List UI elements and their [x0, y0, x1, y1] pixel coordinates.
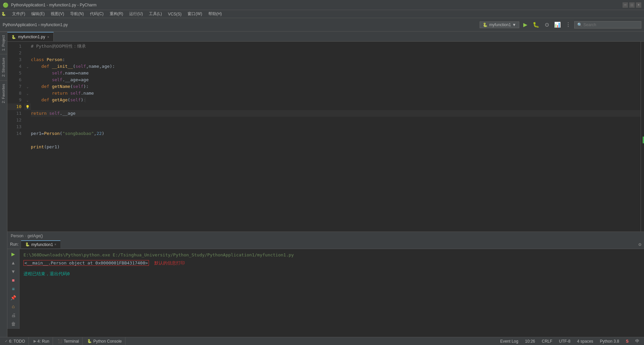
menu-file[interactable]: 文件(F)	[9, 10, 28, 17]
status-terminal[interactable]: ⬛ Terminal	[54, 337, 83, 345]
gutter-2	[24, 50, 31, 56]
scroll-up-button[interactable]: ▲	[10, 259, 17, 266]
tools-button[interactable]: ≡	[10, 285, 17, 293]
gutter-13	[24, 124, 31, 130]
toolbar-breadcrumb: PythonApplication1 › myfunction1.py	[3, 22, 68, 27]
menu-refactor[interactable]: 重构(R)	[107, 10, 126, 17]
menu-navigate[interactable]: 导航(N)	[67, 10, 87, 17]
python-console-label: Python Console	[93, 339, 122, 344]
run-end-line: 进程已结束，退出代码0	[23, 270, 640, 277]
run-output: E:\360Downloads\Python\python.exe E:/Tsi…	[19, 249, 644, 329]
run-output-line: <__main__.Person object at 0x0000001FBB4…	[23, 260, 640, 266]
status-position[interactable]: 10:26	[523, 339, 537, 344]
status-line-sep[interactable]: CRLF	[540, 339, 554, 344]
run-config-selector[interactable]: 🐍 myfunction1 ▼	[480, 21, 519, 28]
menu-tools[interactable]: 工具(L)	[146, 10, 165, 17]
status-indent[interactable]: 4 spaces	[575, 339, 595, 344]
run-config-dropdown-icon: ▼	[512, 22, 516, 27]
gutter-6	[24, 77, 31, 83]
gutter-7[interactable]: ⌄	[24, 83, 31, 90]
run-status-label: 4: Run	[38, 339, 49, 344]
editor-scroll[interactable]: 1 2 3 4 5 6 7 8 9 10 11 12 13	[7, 42, 644, 232]
menu-edit[interactable]: 编辑(E)	[29, 10, 47, 17]
run-config-icon: 🐍	[483, 22, 488, 27]
run-status-icon: ▶	[34, 339, 36, 343]
status-bar: ✓ 6: TODO ▶ 4: Run ⬛ Terminal 🐍 Python C…	[0, 337, 644, 345]
menu-code[interactable]: 代码(C)	[87, 10, 106, 17]
run-panel: Run: 🐍 myfunction1 × ⚙ ▶ ▲ ▼	[7, 240, 644, 337]
profile-button[interactable]: 📊	[553, 20, 562, 30]
gutter-9[interactable]: ⌄	[24, 97, 31, 103]
code-editor[interactable]: # Python的OOP特性：继承 class Person: def __in…	[31, 42, 641, 232]
run-tab-close[interactable]: ×	[54, 243, 56, 246]
toolbar-left: PythonApplication1 › myfunction1.py	[3, 22, 68, 27]
status-python-version[interactable]: Python 3.8	[598, 339, 621, 344]
editor-breadcrumb-bar: Person › getAge()	[7, 232, 644, 240]
close-button[interactable]: ×	[636, 2, 641, 8]
gutter-5	[24, 70, 31, 77]
breadcrumb-method: getAge()	[28, 234, 43, 238]
editor-section: 1 2 3 4 5 6 7 8 9 10 11 12 13	[7, 42, 644, 240]
file-tab-label: myfunction1.py	[18, 35, 45, 39]
gutter-10[interactable]: 💡	[24, 103, 31, 110]
menu-vcs[interactable]: VCS(S)	[165, 11, 184, 17]
coverage-button[interactable]: ⊙	[542, 20, 551, 30]
python-file-icon: 🐍	[11, 35, 16, 39]
gutter-3	[24, 56, 31, 63]
menu-window[interactable]: 窗口(W)	[185, 10, 205, 17]
debug-button[interactable]: 🐛	[531, 20, 541, 30]
more-button[interactable]: ⋮	[564, 20, 573, 30]
print-button[interactable]: 🖨	[10, 311, 17, 319]
app-icon: 🟢	[3, 2, 8, 8]
sidebar-item-structure[interactable]: 2: Structure	[0, 54, 7, 80]
gutter-8[interactable]: ⌄	[24, 90, 31, 97]
editor-gutter: ⌄ ⌄ ⌄ ⌄ 💡	[24, 42, 31, 232]
sidebar-item-favorites[interactable]: 2: Favorites	[0, 80, 7, 106]
run-again-button[interactable]: ▶	[10, 250, 17, 258]
toolbar: PythonApplication1 › myfunction1.py 🐍 my…	[0, 18, 644, 32]
stop-button[interactable]: ■	[10, 277, 17, 284]
status-bar-left: ✓ 6: TODO ▶ 4: Run ⬛ Terminal 🐍 Python C…	[0, 337, 125, 345]
app-logo: 🐍	[1, 12, 6, 16]
file-tabs-bar: 🐍 myfunction1.py ×	[7, 32, 644, 42]
minimize-button[interactable]: ─	[623, 2, 628, 8]
gutter-4[interactable]: ⌄	[24, 63, 31, 70]
todo-label: 6: TODO	[9, 339, 25, 344]
event-log[interactable]: Event Log	[498, 339, 520, 344]
menu-help[interactable]: 帮助(H)	[206, 10, 225, 17]
run-settings-button[interactable]: ⚙	[639, 242, 641, 247]
menu-view[interactable]: 视图(V)	[48, 10, 67, 17]
vertical-tabs: 1: Project 2: Structure 2: Favorites	[0, 32, 7, 337]
status-python-console[interactable]: 🐍 Python Console	[84, 337, 125, 345]
status-todo[interactable]: ✓ 6: TODO	[1, 337, 29, 345]
run-label: Run:	[10, 242, 18, 247]
todo-icon: ✓	[5, 339, 8, 343]
line-numbers: 1 2 3 4 5 6 7 8 9 10 11 12 13	[7, 42, 24, 232]
file-tab-close[interactable]: ×	[47, 35, 49, 39]
run-sidebar: ▶ ▲ ▼ ■ ≡ 📌 ⌂ 🖨 🗑	[7, 249, 19, 329]
file-tab-myfunction1[interactable]: 🐍 myfunction1.py ×	[7, 32, 54, 41]
scroll-down-button[interactable]: ▼	[10, 268, 17, 275]
run-panel-tabs: Run: 🐍 myfunction1 × ⚙	[7, 240, 644, 249]
wrap-button[interactable]: ⌂	[10, 303, 17, 310]
status-run[interactable]: ▶ 4: Run	[30, 337, 53, 345]
input-method-icon[interactable]: S	[624, 339, 631, 344]
run-command-line: E:\360Downloads\Python\python.exe E:/Tsi…	[23, 252, 640, 258]
terminal-icon: ⬛	[58, 339, 62, 343]
menu-run[interactable]: 运行(U)	[126, 10, 146, 17]
pin-button[interactable]: 📌	[10, 294, 17, 301]
window-controls[interactable]: ─ □ ×	[623, 2, 641, 8]
run-tab-myfunction1[interactable]: 🐍 myfunction1 ×	[21, 240, 60, 248]
search-input[interactable]	[574, 21, 641, 29]
breadcrumb-class: Person	[11, 234, 23, 238]
run-button[interactable]: ▶	[521, 20, 530, 30]
right-gutter-mark	[643, 137, 644, 143]
right-gutter	[641, 42, 644, 232]
sidebar-item-project[interactable]: 1: Project	[0, 32, 7, 54]
status-encoding[interactable]: UTF-8	[557, 339, 573, 344]
input-method-cn[interactable]: 中	[633, 338, 641, 344]
clear-button[interactable]: 🗑	[10, 320, 17, 328]
terminal-label: Terminal	[64, 339, 79, 344]
run-end-message: 进程已结束，退出代码0	[23, 271, 70, 276]
maximize-button[interactable]: □	[629, 2, 635, 8]
